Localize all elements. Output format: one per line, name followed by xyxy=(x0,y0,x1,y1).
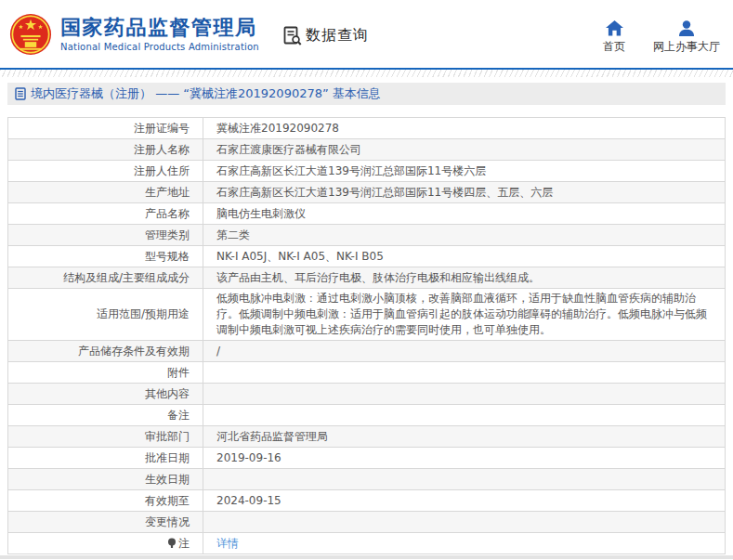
table-row: 生效日期 xyxy=(8,469,726,490)
row-label: 产品储存条件及有效期 xyxy=(8,341,203,362)
row-label: 生产地址 xyxy=(8,182,203,203)
note-icon xyxy=(167,538,177,549)
data-query-label: 数据查询 xyxy=(306,26,369,46)
brand: 国家药品监督管理局 National Medical Products Admi… xyxy=(9,13,259,56)
table-row: 型号规格NK-I A05J、NK-I A05、NK-I B05 xyxy=(8,246,726,267)
row-label: 批准日期 xyxy=(8,448,203,469)
table-row: 产品名称脑电仿生电刺激仪 xyxy=(8,203,726,225)
row-value xyxy=(203,362,726,384)
table-row: 结构及组成/主要组成成分该产品由主机、耳后治疗电极、肢体治疗电极和相应输出线组成… xyxy=(8,267,726,289)
table-row: 管理类别第二类 xyxy=(8,225,726,246)
table-row: 注详情 xyxy=(8,533,726,554)
row-label: 变更情况 xyxy=(8,512,203,533)
table-row: 审批部门河北省药品监督管理局 xyxy=(8,426,726,448)
table-row: 注册人名称石家庄渡康医疗器械有限公司 xyxy=(8,139,726,161)
row-value: 石家庄渡康医疗器械有限公司 xyxy=(203,139,726,161)
info-table-body: 注册证编号冀械注准20192090278注册人名称石家庄渡康医疗器械有限公司注册… xyxy=(8,118,726,554)
page-header: 国家药品监督管理局 National Medical Products Admi… xyxy=(0,0,733,68)
table-row: 注册证编号冀械注准20192090278 xyxy=(8,118,726,139)
user-icon xyxy=(678,20,695,36)
document-icon xyxy=(15,87,26,100)
row-label: 管理类别 xyxy=(8,225,203,246)
row-label: 注册人名称 xyxy=(8,139,203,161)
row-value: / xyxy=(203,341,726,362)
table-row: 有效期至2024-09-15 xyxy=(8,490,726,512)
row-label: 注 xyxy=(8,533,203,554)
row-label: 附件 xyxy=(8,362,203,384)
national-emblem-logo xyxy=(9,13,52,56)
data-query-icon xyxy=(283,26,302,46)
nav-item-home[interactable]: 首页 xyxy=(603,20,625,55)
table-row: 批准日期2019-09-16 xyxy=(8,448,726,469)
row-label: 备注 xyxy=(8,405,203,426)
table-row: 产品储存条件及有效期/ xyxy=(8,341,726,362)
row-value: 该产品由主机、耳后治疗电极、肢体治疗电极和相应输出线组成。 xyxy=(203,267,726,289)
home-icon xyxy=(606,20,623,36)
row-value: 脑电仿生电刺激仪 xyxy=(203,203,726,225)
row-value: 详情 xyxy=(203,533,726,554)
brand-text: 国家药品监督管理局 National Medical Products Admi… xyxy=(60,16,259,52)
row-value: 低频电脉冲电刺激：通过电刺激小脑顶核，改善脑部血液循环，适用于缺血性脑血管疾病的… xyxy=(203,289,726,341)
row-label: 其他内容 xyxy=(8,384,203,405)
row-value: 2024-09-15 xyxy=(203,490,726,512)
row-label: 适用范围/预期用途 xyxy=(8,289,203,341)
row-value: 第二类 xyxy=(203,225,726,246)
row-label: 结构及组成/主要组成成分 xyxy=(8,267,203,289)
row-label: 注册人住所 xyxy=(8,161,203,182)
row-label: 产品名称 xyxy=(8,203,203,225)
nav-home-label: 首页 xyxy=(603,39,625,55)
row-label: 型号规格 xyxy=(8,246,203,267)
data-query-module[interactable]: 数据查询 xyxy=(283,26,369,46)
nav-item-service-hall[interactable]: 网上办事大厅 xyxy=(653,20,720,55)
nav-hall-label: 网上办事大厅 xyxy=(653,39,720,55)
row-label: 注册证编号 xyxy=(8,118,203,139)
row-value xyxy=(203,384,726,405)
table-row: 备注 xyxy=(8,405,726,426)
table-row: 变更情况 xyxy=(8,512,726,533)
row-value: NK-I A05J、NK-I A05、NK-I B05 xyxy=(203,246,726,267)
row-value: 2019-09-16 xyxy=(203,448,726,469)
org-name-cn: 国家药品监督管理局 xyxy=(60,16,259,40)
row-value: 石家庄高新区长江大道139号润江总部国际11号楼六层 xyxy=(203,161,726,182)
table-row: 其他内容 xyxy=(8,384,726,405)
row-label: 有效期至 xyxy=(8,490,203,512)
row-label: 生效日期 xyxy=(8,469,203,490)
breadcrumb-text: 境内医疗器械（注册） —— “冀械注准20192090278” 基本信息 xyxy=(31,85,381,102)
footer-strip xyxy=(0,555,733,559)
breadcrumb: 境内医疗器械（注册） —— “冀械注准20192090278” 基本信息 xyxy=(7,83,726,105)
detail-link[interactable]: 详情 xyxy=(216,537,239,550)
table-row: 附件 xyxy=(8,362,726,384)
row-value: 石家庄高新区长江大道139号润江总部国际11号楼四层、五层、六层 xyxy=(203,182,726,203)
hatch-stripe-band xyxy=(0,70,733,77)
table-row: 注册人住所石家庄高新区长江大道139号润江总部国际11号楼六层 xyxy=(8,161,726,182)
table-row: 生产地址石家庄高新区长江大道139号润江总部国际11号楼四层、五层、六层 xyxy=(8,182,726,203)
row-value: 冀械注准20192090278 xyxy=(203,118,726,139)
header-nav: 首页 网上办事大厅 xyxy=(603,20,720,55)
row-value xyxy=(203,405,726,426)
row-value: 河北省药品监督管理局 xyxy=(203,426,726,448)
row-value xyxy=(203,512,726,533)
org-name-en: National Medical Products Administration xyxy=(60,42,259,52)
table-row: 适用范围/预期用途低频电脉冲电刺激：通过电刺激小脑顶核，改善脑部血液循环，适用于… xyxy=(8,289,726,341)
row-value xyxy=(203,469,726,490)
row-label: 审批部门 xyxy=(8,426,203,448)
registration-info-table: 注册证编号冀械注准20192090278注册人名称石家庄渡康医疗器械有限公司注册… xyxy=(7,117,726,554)
